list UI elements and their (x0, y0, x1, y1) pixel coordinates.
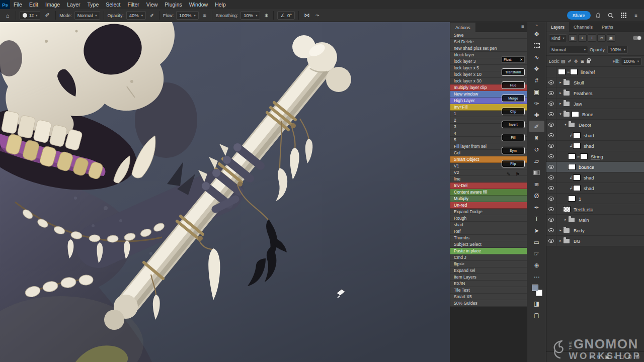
layer-teeth-etc[interactable]: Teeth etc (546, 204, 644, 215)
lasso-tool[interactable]: ∿ (529, 51, 544, 63)
tab-actions[interactable]: Actions (450, 23, 475, 33)
new-group-icon[interactable]: ❏ (620, 354, 624, 359)
expand-caret-icon[interactable]: ▾ (563, 123, 568, 127)
layer-shad[interactable]: ↳shad (546, 141, 644, 151)
action-inv-del[interactable]: Inv-Del (450, 183, 527, 189)
action-subject-select[interactable]: Subject Select (450, 241, 527, 248)
layer-decor[interactable]: ▾Decor (546, 120, 644, 130)
layer-main[interactable]: ▸Main (546, 215, 644, 225)
menu-image[interactable]: Image (42, 0, 63, 9)
action-cmd-j[interactable]: Cmd J (450, 254, 527, 261)
layer-bone[interactable]: ▾Bone (546, 109, 644, 120)
object-selection-tool[interactable]: ❖ (529, 63, 544, 74)
delete-layer-icon[interactable]: ⊠ (635, 354, 639, 359)
gradient-tool[interactable] (529, 167, 544, 178)
pin-icon[interactable]: ⚑ (515, 171, 520, 177)
layer-bg[interactable]: ▸BG (546, 236, 644, 246)
visibility-toggle[interactable] (546, 215, 556, 225)
layer-thumbnail[interactable] (573, 185, 581, 191)
expand-caret-icon[interactable]: ▸ (563, 218, 568, 222)
smart-object-filter-icon[interactable]: ▣ (607, 34, 615, 42)
menu-window[interactable]: Window (186, 0, 211, 9)
layer-thumbnail[interactable] (563, 206, 571, 212)
mode-select[interactable]: Normal ▾ (74, 11, 100, 20)
fill-select[interactable]: 100% ▾ (621, 57, 641, 65)
layer-thumbnail[interactable] (573, 143, 581, 149)
filter-toggle[interactable] (633, 36, 641, 40)
float-button-sym[interactable]: Sym (502, 147, 525, 154)
action-shad[interactable]: shad (450, 222, 527, 228)
panel-menu-icon[interactable]: ≡ (521, 24, 524, 29)
visibility-toggle[interactable] (546, 151, 556, 161)
action-item-layers[interactable]: Item Layers (450, 274, 527, 281)
action-ref[interactable]: Ref (450, 228, 527, 235)
collapse-toolbar-icon[interactable]: » (535, 23, 537, 28)
visibility-toggle[interactable] (546, 88, 556, 98)
mask-thumbnail[interactable] (570, 69, 578, 75)
crop-tool[interactable]: # (529, 74, 544, 86)
layer-shad[interactable]: ↳shad (546, 130, 644, 141)
float-button-flip[interactable]: Flip (502, 160, 525, 167)
action-save[interactable]: Save (450, 32, 527, 39)
color-swatches[interactable] (529, 283, 544, 298)
visibility-toggle[interactable] (546, 109, 556, 119)
expand-caret-icon[interactable]: ▸ (558, 80, 563, 84)
tab-layers[interactable]: Layers (546, 22, 569, 32)
symmetry-icon[interactable]: ⋈ (302, 12, 311, 19)
layer-jaw[interactable]: ▸Jaw (546, 99, 644, 109)
clone-stamp-tool[interactable]: ♜ (529, 132, 544, 144)
pen-icon[interactable]: ✎ (507, 171, 511, 177)
layer-string[interactable]: ∞String (546, 151, 644, 162)
float-button-hue[interactable]: Hue (502, 81, 525, 89)
visibility-toggle[interactable] (546, 225, 556, 235)
quick-mask[interactable]: ◨ (529, 298, 544, 309)
pixel-filter-icon[interactable]: ▦ (569, 34, 577, 42)
layer-shad[interactable]: ↳shad (546, 183, 644, 194)
shape-filter-icon[interactable]: ▱ (597, 34, 606, 42)
menu-view[interactable]: View (143, 0, 162, 9)
visibility-toggle[interactable] (546, 204, 556, 214)
menu-select[interactable]: Select (102, 0, 124, 9)
type-filter-icon[interactable]: T (588, 34, 596, 42)
share-button[interactable]: Share (567, 11, 591, 20)
float-button-merge[interactable]: Merge (502, 95, 525, 102)
layer-thumbnail[interactable] (568, 164, 576, 170)
add-mask-icon[interactable]: ▣ (605, 354, 609, 359)
menu-filter[interactable]: Filter (124, 0, 142, 9)
opacity-select[interactable]: 40% ▾ (126, 11, 146, 20)
brush-tool[interactable]: ✐ (529, 121, 544, 132)
layer-style-icon[interactable]: fx (597, 354, 601, 359)
shape-tool[interactable]: ▭ (529, 236, 544, 248)
home-icon[interactable]: ⌂ (3, 13, 12, 19)
action-sel-delete[interactable]: Sel Delete (450, 39, 527, 45)
action-expand-dodge[interactable]: Expand Dodge (450, 209, 527, 215)
edit-toolbar[interactable]: ⋯ (529, 271, 544, 283)
adjustment-filter-icon[interactable]: ◐ (578, 34, 587, 42)
menu-layer[interactable]: Layer (63, 0, 84, 9)
visibility-toggle[interactable] (546, 194, 556, 204)
layer-feathers[interactable]: ▸Feathers (546, 88, 644, 99)
canvas-area[interactable] (0, 22, 450, 362)
menu-edit[interactable]: Edit (26, 0, 42, 9)
action-un-red[interactable]: Un-red (450, 202, 527, 209)
action-smart-x5[interactable]: Smart X5 (450, 294, 527, 300)
pressure-opacity-icon[interactable]: ✐ (148, 13, 155, 18)
layer-thumbnail[interactable] (572, 111, 579, 117)
layer-shad[interactable]: ↳shad (546, 172, 644, 183)
visibility-toggle[interactable] (546, 77, 556, 87)
float-button-clip[interactable]: Clip (502, 108, 525, 115)
float-button-transform[interactable]: Transform (502, 68, 525, 76)
menu-help[interactable]: Help (211, 0, 229, 9)
layer-skull[interactable]: ▸Skull (546, 77, 644, 88)
pressure-size-icon[interactable]: ✑ (314, 13, 321, 18)
action-expand-sel[interactable]: Expand sel (450, 267, 527, 274)
expand-caret-icon[interactable]: ▸ (558, 102, 563, 106)
visibility-toggle[interactable] (546, 172, 556, 183)
brush-settings-panel-icon[interactable]: ✐ (43, 12, 52, 19)
close-icon[interactable]: ✕ (520, 58, 523, 62)
layer-body[interactable]: ▸Body (546, 225, 644, 236)
float-button-fill[interactable]: Fill (502, 134, 525, 141)
brush-preset-picker[interactable]: 12 ▾ (20, 11, 40, 20)
float-panel-header[interactable]: Float ✕ (502, 56, 525, 63)
kind-filter-select[interactable]: Kind ▾ (549, 34, 567, 42)
